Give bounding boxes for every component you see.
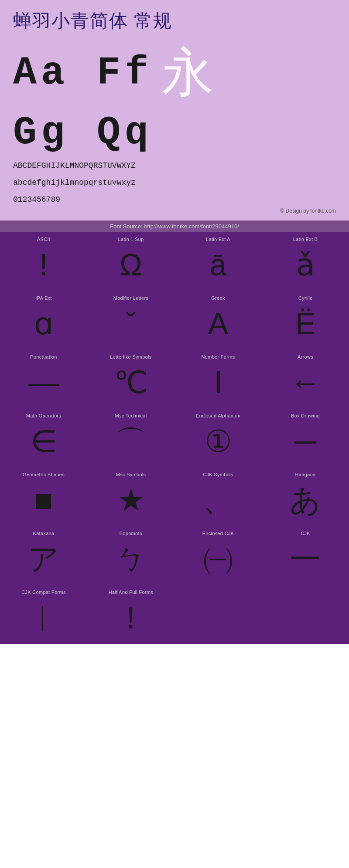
sample-large-row2: Gg Qq xyxy=(13,111,336,155)
grid-cell-1-1: Modifier Lettersˇ xyxy=(87,291,174,350)
grid-cell-5-3: CJK一 xyxy=(262,526,349,585)
sample-row2: Gg Qq xyxy=(13,111,153,155)
grid-row-5: KatakanaアBopomofoㄅEnclosed CJK㈠CJK一 xyxy=(0,526,349,585)
cell-glyph-5-3: 一 xyxy=(290,539,321,579)
grid-cell-3-2: Enclosed Alphanum① xyxy=(174,409,262,468)
cell-label-4-3: Hiragana xyxy=(295,472,315,477)
grid-cell-3-1: Msc Technical⌒ xyxy=(87,409,174,468)
cell-label-1-2: Greek xyxy=(211,295,225,301)
cell-label-5-1: Bopomofo xyxy=(120,531,143,536)
cell-label-5-2: Enclosed CJK xyxy=(202,531,234,536)
grid-row-3: Math Operators∈Msc Technical⌒Enclosed Al… xyxy=(0,409,349,468)
grid-cell-5-2: Enclosed CJK㈠ xyxy=(174,526,262,585)
grid-cell-0-0: ASCII! xyxy=(0,232,87,291)
grid-cell-2-1: Letterlike Symbols℃ xyxy=(87,350,174,409)
grid-cell-2-0: Punctuation— xyxy=(0,350,87,409)
cell-label-4-1: Msc Symbols xyxy=(116,472,146,477)
cell-glyph-6-0: ︱ xyxy=(28,598,59,637)
source-text: Font Source: http://www.fontke.com/font/… xyxy=(110,223,239,230)
cell-label-1-1: Modifier Letters xyxy=(113,295,149,301)
cell-glyph-5-0: ア xyxy=(28,539,59,579)
grid-cell-4-0: Geometric Shapes■ xyxy=(0,468,87,526)
source-bar: Font Source: http://www.fontke.com/font/… xyxy=(0,220,349,232)
cell-label-0-3: Latin Ext B xyxy=(293,237,318,242)
header-section: 蝉羽小青简体 常规 Aa Ff 永 Gg Qq ABCDEFGHIJKLMNOP… xyxy=(0,0,349,220)
copyright: © Design by fontke.com xyxy=(13,208,336,214)
grid-cell-1-0: IPA Extɑ xyxy=(0,291,87,350)
cell-glyph-0-2: ā xyxy=(210,245,227,285)
grid-cell-0-3: Latin Ext Bǎ xyxy=(262,232,349,291)
cell-glyph-0-3: ǎ xyxy=(296,245,315,285)
cell-glyph-2-2: Ⅰ xyxy=(214,363,223,402)
cell-label-3-3: Box Drawing xyxy=(291,413,320,418)
grid-cell-6-2 xyxy=(174,585,262,644)
grid-cell-6-3 xyxy=(262,585,349,644)
grid-cell-4-2: CJK Symbols、 xyxy=(174,468,262,526)
grid-cell-4-1: Msc Symbols★ xyxy=(87,468,174,526)
cell-glyph-1-1: ˇ xyxy=(126,304,136,343)
digits: 0123456789 xyxy=(13,193,336,206)
font-title: 蝉羽小青简体 常规 xyxy=(13,9,336,33)
cell-glyph-6-1: ！ xyxy=(116,598,146,637)
cell-glyph-2-0: — xyxy=(28,363,59,402)
cell-label-5-0: Katakana xyxy=(33,531,55,536)
cell-label-0-2: Latin Ext A xyxy=(206,237,230,242)
grid-section: ASCII!Latin 1 SupΩLatin Ext AāLatin Ext … xyxy=(0,232,349,644)
cell-label-6-0: CJK Compat Forms xyxy=(21,590,65,595)
alphabet-upper: ABCDEFGHIJKLMNOPQRSTUVWXYZ xyxy=(13,159,336,172)
cell-label-2-1: Letterlike Symbols xyxy=(110,354,151,359)
cell-label-6-1: Half And Full Forms xyxy=(109,590,153,595)
cell-glyph-1-0: ɑ xyxy=(34,304,53,343)
cell-glyph-4-1: ★ xyxy=(117,481,145,520)
cell-glyph-5-1: ㄅ xyxy=(116,539,147,579)
cell-glyph-0-1: Ω xyxy=(120,245,142,285)
cell-label-1-0: IPA Ext xyxy=(35,295,51,301)
cell-glyph-4-2: 、 xyxy=(203,481,233,520)
sample-chinese: 永 xyxy=(161,37,214,108)
cell-glyph-3-3: ─ xyxy=(294,422,316,461)
cell-glyph-2-1: ℃ xyxy=(114,363,148,402)
cell-glyph-0-0: ! xyxy=(39,245,48,285)
grid-row-1: IPA ExtɑModifier LettersˇGreekΑCyrilicЁ xyxy=(0,291,349,350)
grid-cell-3-0: Math Operators∈ xyxy=(0,409,87,468)
cell-label-3-2: Enclosed Alphanum xyxy=(196,413,240,418)
grid-cell-6-0: CJK Compat Forms︱ xyxy=(0,585,87,644)
cell-glyph-5-2: ㈠ xyxy=(203,539,233,579)
cell-label-3-1: Msc Technical xyxy=(115,413,147,418)
cell-label-5-3: CJK xyxy=(301,531,310,536)
grid-cell-6-1: Half And Full Forms！ xyxy=(87,585,174,644)
grid-row-6: CJK Compat Forms︱Half And Full Forms！ xyxy=(0,585,349,644)
cell-glyph-3-2: ① xyxy=(205,422,232,461)
cell-label-0-0: ASCII xyxy=(37,237,50,242)
cell-glyph-1-3: Ё xyxy=(295,304,316,343)
alphabet-lower: abcdefghijklmnopqrstuvwxyz xyxy=(13,176,336,189)
grid-cell-3-3: Box Drawing─ xyxy=(262,409,349,468)
cell-glyph-4-0: ■ xyxy=(34,481,53,520)
grid-cell-2-2: Number FormsⅠ xyxy=(174,350,262,409)
cell-glyph-3-1: ⌒ xyxy=(116,422,146,461)
grid-cell-5-1: Bopomofoㄅ xyxy=(87,526,174,585)
cell-glyph-3-0: ∈ xyxy=(31,422,57,461)
cell-label-4-2: CJK Symbols xyxy=(203,472,233,477)
cell-label-3-0: Math Operators xyxy=(26,413,62,418)
grid-row-4: Geometric Shapes■Msc Symbols★CJK Symbols… xyxy=(0,468,349,526)
grid-row-2: Punctuation—Letterlike Symbols℃Number Fo… xyxy=(0,350,349,409)
sample-large-row1: Aa Ff 永 xyxy=(13,37,336,108)
grid-cell-1-2: GreekΑ xyxy=(174,291,262,350)
grid-cell-0-1: Latin 1 SupΩ xyxy=(87,232,174,291)
cell-label-2-2: Number Forms xyxy=(202,354,235,359)
sample-row1: Aa Ff xyxy=(13,51,153,95)
cell-label-2-3: Arrows xyxy=(298,354,313,359)
grid-cell-4-3: Hiraganaあ xyxy=(262,468,349,526)
cell-glyph-2-3: ← xyxy=(290,363,321,402)
cell-label-2-0: Punctuation xyxy=(30,354,57,359)
grid-cell-2-3: Arrows← xyxy=(262,350,349,409)
grid-cell-1-3: CyrilicЁ xyxy=(262,291,349,350)
cell-glyph-4-3: あ xyxy=(290,481,321,520)
cell-glyph-1-2: Α xyxy=(208,304,229,343)
grid-cell-0-2: Latin Ext Aā xyxy=(174,232,262,291)
cell-label-1-3: Cyrilic xyxy=(298,295,312,301)
cell-label-0-1: Latin 1 Sup xyxy=(118,237,144,242)
grid-cell-5-0: Katakanaア xyxy=(0,526,87,585)
cell-label-4-0: Geometric Shapes xyxy=(23,472,65,477)
